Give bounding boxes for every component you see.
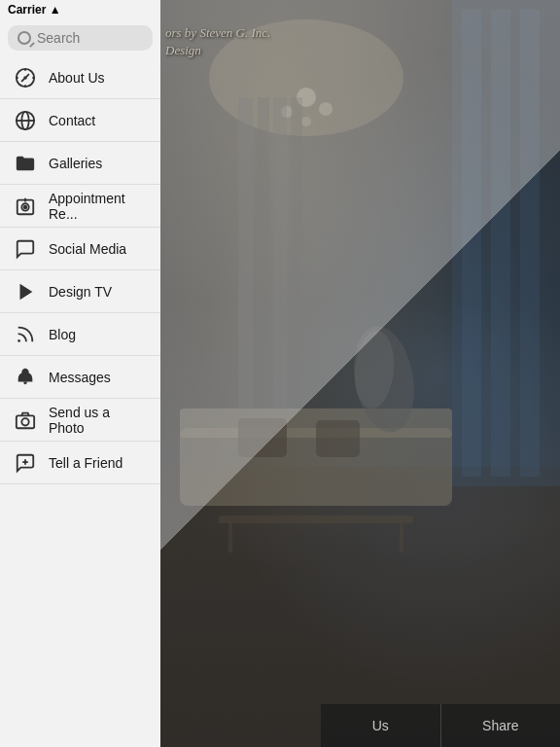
sidebar-item-appointment[interactable]: Appointment Re...: [0, 185, 160, 228]
messages-label: Messages: [49, 370, 111, 385]
compass-icon: [12, 64, 39, 91]
room-illustration: [160, 0, 560, 747]
logo-line1: ors by Steven G. Inc.: [165, 25, 270, 40]
svg-point-1: [24, 77, 26, 79]
contact-label: Contact: [49, 113, 95, 128]
sidebar-item-contact[interactable]: Contact: [0, 99, 160, 142]
sidebar: About Us Contact Galleries: [0, 0, 160, 747]
camera-icon: [12, 407, 39, 434]
rss-icon: [12, 321, 39, 348]
svg-point-12: [21, 418, 28, 425]
speech-bubble-plus-icon: [12, 449, 39, 477]
svg-rect-23: [238, 418, 287, 457]
status-bar: Carrier ▲: [0, 0, 160, 19]
wifi-icon: ▲: [50, 3, 61, 17]
social-media-label: Social Media: [49, 241, 126, 257]
galleries-label: Galleries: [49, 156, 102, 171]
carrier-label: Carrier: [8, 3, 46, 17]
send-photo-label: Send us a Photo: [49, 405, 149, 436]
sidebar-menu: About Us Contact Galleries: [0, 56, 160, 747]
bottom-action-bar: Us Share: [321, 704, 560, 747]
tell-friend-label: Tell a Friend: [49, 455, 122, 471]
sidebar-item-send-photo[interactable]: Send us a Photo: [0, 399, 160, 442]
share-label: Share: [482, 718, 518, 733]
svg-point-19: [301, 117, 311, 126]
svg-rect-33: [258, 97, 269, 409]
about-us-bottom-button[interactable]: Us: [321, 704, 441, 747]
folder-icon: [12, 150, 39, 177]
logo-area: ors by Steven G. Inc. Design: [165, 24, 555, 59]
svg-point-7: [24, 205, 27, 208]
svg-rect-34: [273, 97, 287, 409]
svg-rect-25: [219, 516, 413, 523]
svg-rect-27: [400, 523, 403, 552]
svg-rect-29: [462, 10, 481, 477]
svg-rect-35: [291, 97, 302, 409]
svg-point-10: [18, 339, 20, 342]
logo-line2: Design: [165, 43, 201, 57]
svg-rect-26: [228, 523, 232, 552]
about-us-bottom-label: Us: [372, 718, 389, 733]
svg-rect-31: [520, 10, 540, 477]
about-us-label: About Us: [49, 70, 105, 86]
sidebar-item-tell-friend[interactable]: Tell a Friend: [0, 442, 160, 484]
sidebar-item-about-us[interactable]: About Us: [0, 56, 160, 99]
globe-icon: [12, 107, 39, 134]
main-content: ors by Steven G. Inc. Design Us Share: [160, 0, 560, 747]
sidebar-item-design-tv[interactable]: Design TV: [0, 270, 160, 313]
search-icon: [18, 31, 31, 45]
search-bar[interactable]: [8, 25, 153, 51]
svg-rect-30: [491, 10, 510, 477]
chat-bubble-icon: [12, 235, 39, 263]
svg-point-18: [319, 102, 332, 116]
sidebar-item-galleries[interactable]: Galleries: [0, 142, 160, 185]
sidebar-item-social-media[interactable]: Social Media: [0, 228, 160, 270]
svg-marker-9: [20, 283, 33, 300]
svg-rect-24: [316, 420, 360, 457]
sidebar-item-blog[interactable]: Blog: [0, 313, 160, 356]
sidebar-item-messages[interactable]: Messages: [0, 356, 160, 399]
blog-label: Blog: [49, 327, 76, 342]
appointment-icon: [12, 193, 39, 220]
bell-icon: [12, 364, 39, 391]
svg-rect-32: [238, 97, 253, 409]
play-icon: [12, 278, 39, 305]
logo-text: ors by Steven G. Inc. Design: [165, 24, 555, 59]
share-button[interactable]: Share: [441, 704, 561, 747]
search-input[interactable]: [37, 30, 143, 46]
design-tv-label: Design TV: [49, 284, 112, 300]
appointment-label: Appointment Re...: [49, 191, 149, 222]
